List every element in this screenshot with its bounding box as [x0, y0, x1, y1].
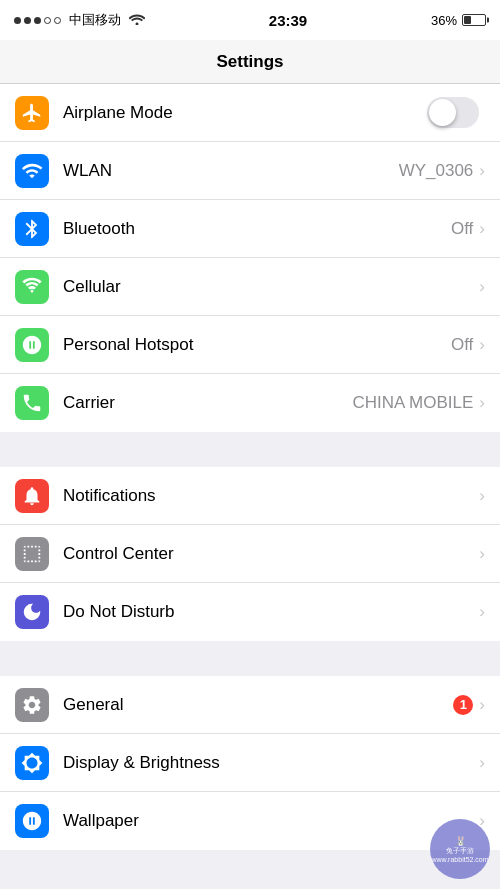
signal-dots	[14, 17, 61, 24]
nav-title: Settings	[216, 52, 283, 72]
general-chevron: ›	[479, 695, 485, 715]
carrier-value: CHINA MOBILE	[352, 393, 473, 413]
general-label: General	[63, 695, 453, 715]
carrier-label: 中国移动	[69, 11, 121, 29]
section-connectivity: Airplane Mode WLAN WY_0306 › Blueto	[0, 84, 500, 432]
do-not-disturb-chevron: ›	[479, 602, 485, 622]
row-carrier[interactable]: Carrier CHINA MOBILE ›	[0, 374, 500, 432]
notifications-chevron: ›	[479, 486, 485, 506]
wlan-label: WLAN	[63, 161, 399, 181]
bluetooth-value: Off	[451, 219, 473, 239]
watermark: 🐰 兔子手游 www.rabbit52.com	[430, 819, 490, 879]
carrier-chevron: ›	[479, 393, 485, 413]
display-brightness-label: Display & Brightness	[63, 753, 479, 773]
battery-fill	[464, 16, 471, 24]
airplane-mode-toggle[interactable]	[427, 97, 479, 128]
cellular-label: Cellular	[63, 277, 479, 297]
cellular-chevron: ›	[479, 277, 485, 297]
nav-bar: Settings	[0, 40, 500, 84]
display-brightness-chevron: ›	[479, 753, 485, 773]
notifications-label: Notifications	[63, 486, 479, 506]
row-do-not-disturb[interactable]: Do Not Disturb ›	[0, 583, 500, 641]
personal-hotspot-icon	[15, 328, 49, 362]
section-device: General 1 › Display & Brightness › Wallp…	[0, 676, 500, 850]
row-wlan[interactable]: WLAN WY_0306 ›	[0, 142, 500, 200]
wallpaper-icon	[15, 804, 49, 838]
row-wallpaper[interactable]: Wallpaper ›	[0, 792, 500, 850]
personal-hotspot-label: Personal Hotspot	[63, 335, 451, 355]
signal-dot-3	[34, 17, 41, 24]
airplane-mode-icon	[15, 96, 49, 130]
personal-hotspot-value: Off	[451, 335, 473, 355]
signal-dot-2	[24, 17, 31, 24]
bluetooth-icon	[15, 212, 49, 246]
personal-hotspot-chevron: ›	[479, 335, 485, 355]
section-alerts: Notifications › Control Center › Do Not …	[0, 467, 500, 641]
status-bar: 中国移动 23:39 36%	[0, 0, 500, 40]
bluetooth-label: Bluetooth	[63, 219, 451, 239]
wifi-status-icon	[129, 12, 145, 28]
control-center-chevron: ›	[479, 544, 485, 564]
control-center-label: Control Center	[63, 544, 479, 564]
do-not-disturb-icon	[15, 595, 49, 629]
bluetooth-chevron: ›	[479, 219, 485, 239]
airplane-mode-label: Airplane Mode	[63, 103, 427, 123]
carrier-label-row: Carrier	[63, 393, 352, 413]
display-brightness-icon	[15, 746, 49, 780]
do-not-disturb-label: Do Not Disturb	[63, 602, 479, 622]
signal-dot-5	[54, 17, 61, 24]
battery-percent: 36%	[431, 13, 457, 28]
row-general[interactable]: General 1 ›	[0, 676, 500, 734]
general-icon	[15, 688, 49, 722]
battery-icon	[462, 14, 486, 26]
control-center-icon	[15, 537, 49, 571]
status-time: 23:39	[269, 12, 307, 29]
toggle-thumb	[429, 99, 456, 126]
spacer-1	[0, 432, 500, 467]
row-personal-hotspot[interactable]: Personal Hotspot Off ›	[0, 316, 500, 374]
row-airplane-mode[interactable]: Airplane Mode	[0, 84, 500, 142]
row-bluetooth[interactable]: Bluetooth Off ›	[0, 200, 500, 258]
status-left: 中国移动	[14, 11, 145, 29]
wlan-icon	[15, 154, 49, 188]
battery-box	[462, 14, 486, 26]
row-control-center[interactable]: Control Center ›	[0, 525, 500, 583]
row-display-brightness[interactable]: Display & Brightness ›	[0, 734, 500, 792]
wallpaper-label: Wallpaper	[63, 811, 479, 831]
settings-content: Airplane Mode WLAN WY_0306 › Blueto	[0, 84, 500, 889]
cellular-icon	[15, 270, 49, 304]
row-notifications[interactable]: Notifications ›	[0, 467, 500, 525]
status-right: 36%	[431, 13, 486, 28]
wlan-value: WY_0306	[399, 161, 474, 181]
wlan-chevron: ›	[479, 161, 485, 181]
general-badge: 1	[453, 695, 473, 715]
signal-dot-4	[44, 17, 51, 24]
row-cellular[interactable]: Cellular ›	[0, 258, 500, 316]
signal-dot-1	[14, 17, 21, 24]
spacer-2	[0, 641, 500, 676]
carrier-icon	[15, 386, 49, 420]
notifications-icon	[15, 479, 49, 513]
